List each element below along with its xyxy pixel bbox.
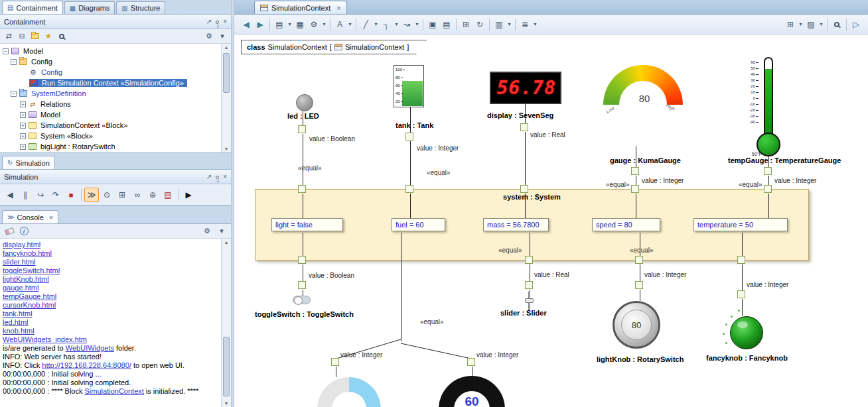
diagram-options-caret-icon[interactable]: ▾ bbox=[321, 17, 327, 32]
rectilinear-caret-icon[interactable]: ▾ bbox=[394, 17, 399, 32]
watch-button[interactable]: ⊕ bbox=[145, 188, 160, 202]
console-link[interactable]: cursorKnob.html bbox=[3, 301, 56, 309]
port-lightknob[interactable] bbox=[635, 281, 643, 289]
led-widget[interactable] bbox=[296, 94, 313, 111]
model-browser-button[interactable]: ▤ bbox=[273, 17, 286, 32]
pause-button[interactable]: ∥ bbox=[18, 188, 33, 202]
tree-item-systemdefinition[interactable]: − SystemDefinition bbox=[0, 88, 231, 99]
tank-widget[interactable]: 10080604020 bbox=[394, 65, 424, 107]
rotaryswitch-widget[interactable]: 80 bbox=[613, 301, 660, 349]
port-system-temperature-bottom[interactable] bbox=[737, 256, 745, 264]
open-in-diagram-icon[interactable] bbox=[29, 30, 41, 42]
model-browser-caret-icon[interactable]: ▾ bbox=[287, 17, 293, 32]
dependency-caret-icon[interactable]: ▾ bbox=[347, 17, 353, 32]
port-system-light-top[interactable] bbox=[298, 185, 306, 193]
align-caret-icon[interactable]: ▾ bbox=[532, 17, 538, 32]
prev-button[interactable]: ◀ bbox=[3, 188, 17, 202]
value-speed[interactable]: speed = 80 bbox=[592, 218, 660, 231]
tree-item-run-simulation-context[interactable]: Run Simulation Context «SimulationConfig… bbox=[0, 78, 231, 88]
thermometer-widget[interactable] bbox=[764, 57, 773, 137]
scrollbar-thumb[interactable] bbox=[223, 53, 230, 93]
rectilinear-path-button[interactable]: ┐ bbox=[380, 17, 393, 32]
port-system-temperature-top[interactable] bbox=[764, 185, 772, 193]
toggleswitch-widget[interactable] bbox=[293, 296, 311, 304]
dependency-matrix-button[interactable]: A bbox=[333, 17, 346, 32]
collapse-all-icon[interactable]: ⊟ bbox=[16, 30, 28, 42]
refresh-button[interactable]: ↻ bbox=[473, 17, 486, 32]
console-link[interactable]: tempGauge.html bbox=[3, 292, 56, 300]
bezier-caret-icon[interactable]: ▾ bbox=[414, 17, 420, 32]
layout-caret-icon[interactable]: ▾ bbox=[798, 17, 804, 32]
diagram-options-gear-button[interactable]: ⚙ bbox=[307, 17, 321, 32]
console-settings-gear-icon[interactable]: ⚙ bbox=[201, 225, 213, 237]
port-knob[interactable] bbox=[467, 358, 475, 366]
port-fancyknob[interactable] bbox=[737, 290, 745, 298]
style-button[interactable]: ▨ bbox=[804, 17, 818, 32]
sessions-button[interactable]: ▤ bbox=[161, 188, 175, 202]
port-gauge[interactable] bbox=[631, 167, 639, 175]
expand-expander-icon[interactable]: + bbox=[20, 112, 26, 118]
sync-tree-icon[interactable]: ⇄ bbox=[3, 30, 15, 42]
console-link[interactable]: knob.html bbox=[3, 327, 35, 335]
close-panel-icon[interactable]: × bbox=[223, 173, 227, 180]
console-link[interactable]: fancyknob.html bbox=[3, 249, 52, 257]
tree-item-relations[interactable]: + Relations bbox=[0, 99, 231, 109]
pin-icon[interactable] bbox=[216, 18, 219, 25]
value-light[interactable]: light = false bbox=[271, 218, 343, 231]
port-system-speed-top[interactable] bbox=[631, 185, 639, 193]
port-led[interactable] bbox=[298, 125, 306, 133]
port-system-speed-bottom[interactable] bbox=[635, 256, 643, 264]
knob-widget[interactable]: 60 bbox=[439, 376, 505, 407]
run-simulation-button[interactable]: ▷ bbox=[849, 17, 863, 32]
port-toggleswitch[interactable] bbox=[298, 281, 306, 289]
collapse-expander-icon[interactable]: − bbox=[3, 48, 9, 54]
stop-button[interactable]: ■ bbox=[64, 188, 78, 202]
expand-expander-icon[interactable]: + bbox=[20, 123, 26, 129]
port-system-mass-bottom[interactable] bbox=[525, 256, 533, 264]
step-over-button[interactable]: ↷ bbox=[48, 188, 63, 202]
close-panel-icon[interactable]: × bbox=[223, 18, 227, 25]
port-display[interactable] bbox=[520, 123, 528, 131]
port-donut[interactable] bbox=[331, 358, 339, 366]
value-mass[interactable]: mass = 56.7800 bbox=[483, 218, 549, 231]
tab-simulation[interactable]: ↻ Simulation bbox=[2, 156, 55, 169]
console-link[interactable]: SimulationContext bbox=[85, 387, 144, 395]
trigger-button[interactable]: ▶ bbox=[181, 188, 196, 202]
scroll-up-icon[interactable]: ▲ bbox=[222, 240, 231, 245]
close-tab-icon[interactable]: × bbox=[49, 213, 53, 221]
scroll-up-icon[interactable]: ▲ bbox=[222, 45, 231, 50]
style-caret-icon[interactable]: ▾ bbox=[818, 17, 824, 32]
collapse-expander-icon[interactable]: − bbox=[11, 59, 17, 65]
collapse-expander-icon[interactable]: − bbox=[11, 91, 17, 97]
pin-icon[interactable] bbox=[216, 173, 219, 180]
scroll-down-icon[interactable]: ▼ bbox=[222, 401, 231, 406]
swimlane-caret-icon[interactable]: ▾ bbox=[506, 17, 512, 32]
expand-expander-icon[interactable]: + bbox=[20, 101, 26, 107]
console-link[interactable]: tank.html bbox=[3, 310, 33, 318]
tree-settings-gear-icon[interactable]: ⚙ bbox=[203, 30, 215, 42]
sevenseg-widget[interactable]: 56.78 bbox=[490, 72, 561, 104]
tree-item-config-folder[interactable]: − Config bbox=[0, 56, 231, 67]
tab-containment[interactable]: ▤ Containment bbox=[2, 1, 63, 14]
tree-scrollbar[interactable]: ▲ ▼ bbox=[221, 44, 231, 152]
slider-thumb[interactable] bbox=[525, 298, 534, 303]
paste-button[interactable]: ▤ bbox=[440, 17, 453, 32]
port-tank[interactable] bbox=[405, 133, 413, 141]
clear-console-icon[interactable] bbox=[3, 225, 15, 237]
forward-button[interactable]: ▶ bbox=[253, 17, 267, 32]
oblique-caret-icon[interactable]: ▾ bbox=[373, 17, 379, 32]
console-link[interactable]: led.html bbox=[3, 318, 29, 326]
zoom-button[interactable] bbox=[830, 17, 843, 32]
diagram-canvas[interactable]: class SimulationContext [ SimulationCont… bbox=[234, 34, 868, 407]
scroll-down-icon[interactable]: ▼ bbox=[222, 146, 231, 151]
port-system-mass-top[interactable] bbox=[520, 185, 528, 193]
console-link[interactable]: display.html bbox=[3, 241, 40, 249]
donut-gauge-widget[interactable] bbox=[317, 377, 381, 407]
breakpoints-link-button[interactable]: ∞ bbox=[130, 188, 145, 202]
tree-item-config[interactable]: Config bbox=[0, 67, 231, 78]
step-into-button[interactable]: ↪ bbox=[33, 188, 48, 202]
oblique-path-button[interactable]: ╱ bbox=[359, 17, 372, 32]
console-scrollbar[interactable]: ▲ ▼ bbox=[221, 239, 231, 407]
swimlane-button[interactable]: ▥ bbox=[492, 17, 506, 32]
console-link[interactable]: toggleSwitch.html bbox=[3, 266, 60, 274]
